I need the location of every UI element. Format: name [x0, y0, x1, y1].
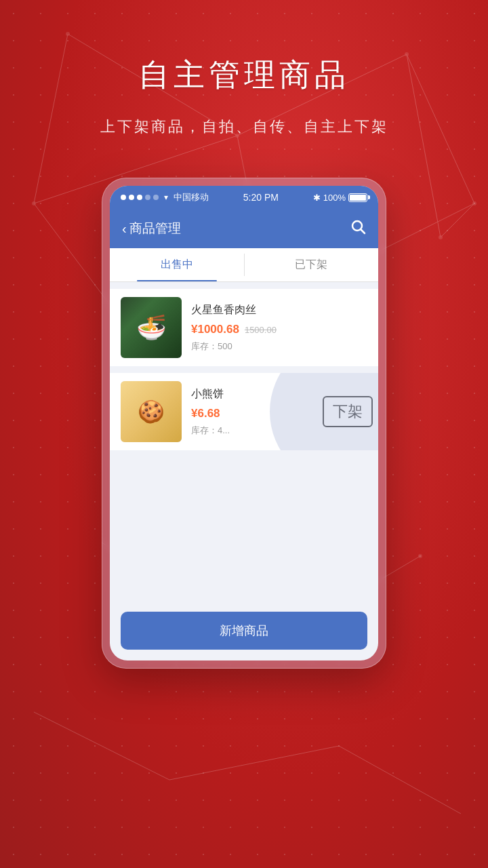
battery-bar — [348, 193, 367, 202]
price-current-1: ¥1000.68 — [191, 323, 239, 336]
tabs: 出售中 已下架 — [110, 248, 378, 282]
signal-area: ▾ 中国移动 — [121, 191, 209, 203]
back-chevron-icon: ‹ — [122, 222, 127, 235]
swipe-action-area: 下架 — [317, 373, 378, 450]
product-stock-1: 库存：500 — [191, 340, 367, 353]
back-button[interactable]: ‹ 商品管理 — [122, 220, 181, 237]
phone-mockup: ▾ 中国移动 5:20 PM ✱ 100% ‹ 商品管理 — [102, 178, 386, 669]
battery-area: ✱ 100% — [313, 193, 367, 203]
status-time: 5:20 PM — [243, 192, 279, 203]
signal-dot-5 — [153, 195, 159, 200]
product-image-2: 🍪 — [121, 381, 182, 442]
product-item-2[interactable]: 🍪 小熊饼 ¥6.68 库存：4... 下架 — [110, 373, 378, 450]
status-bar: ▾ 中国移动 5:20 PM ✱ 100% — [110, 186, 378, 209]
battery-percent: 100% — [323, 193, 346, 203]
nav-header: ‹ 商品管理 — [110, 209, 378, 248]
tab-on-sale[interactable]: 出售中 — [110, 248, 244, 281]
price-current-2: ¥6.68 — [191, 407, 220, 420]
nav-title: 商品管理 — [129, 220, 181, 237]
phone-screen: ▾ 中国移动 5:20 PM ✱ 100% ‹ 商品管理 — [110, 186, 378, 660]
signal-dot-2 — [129, 195, 134, 200]
take-off-shelf-button[interactable]: 下架 — [323, 396, 373, 427]
search-button[interactable] — [350, 218, 366, 239]
food-cookies-icon: 🍪 — [121, 381, 182, 442]
battery-fill — [350, 195, 366, 201]
product-info-1: 火星鱼香肉丝 ¥1000.68 1500.00 库存：500 — [182, 303, 367, 353]
food-bowl-icon: 🍜 — [121, 297, 182, 358]
price-original-1: 1500.00 — [245, 325, 277, 335]
svg-line-27 — [361, 230, 365, 234]
product-name-1: 火星鱼香肉丝 — [191, 303, 367, 317]
product-price-row-1: ¥1000.68 1500.00 — [191, 323, 367, 336]
tab-off-shelf[interactable]: 已下架 — [245, 248, 379, 281]
add-product-button[interactable]: 新增商品 — [121, 612, 367, 650]
bluetooth-icon: ✱ — [313, 193, 321, 203]
signal-dot-4 — [145, 195, 150, 200]
product-image-1: 🍜 — [121, 297, 182, 358]
main-title: 自主管理商品 — [138, 54, 350, 96]
signal-dot-3 — [137, 195, 142, 200]
carrier-text: 中国移动 — [174, 191, 209, 203]
product-item-1[interactable]: 🍜 火星鱼香肉丝 ¥1000.68 1500.00 库存：500 — [110, 289, 378, 366]
wifi-icon: ▾ — [164, 193, 168, 202]
subtitle: 上下架商品，自拍、自传、自主上下架 — [100, 117, 388, 137]
signal-dot-1 — [121, 195, 126, 200]
product-list: 🍜 火星鱼香肉丝 ¥1000.68 1500.00 库存：500 🍪 — [110, 282, 378, 601]
